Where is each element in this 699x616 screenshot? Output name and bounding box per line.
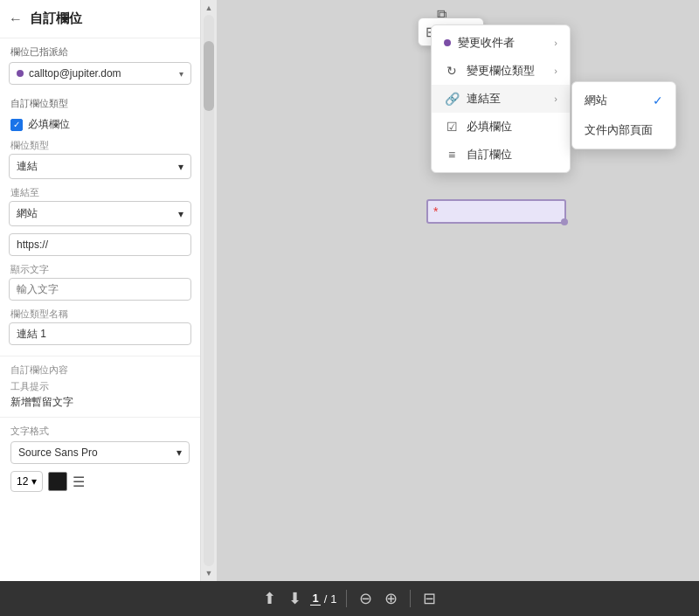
url-input[interactable] [9,233,191,256]
menu-item-link-to[interactable]: 🔗 連結至 › 網站 ✓ 文件內部頁面 [432,85,570,113]
menu-item-custom-field[interactable]: ≡ 自訂欄位 [432,141,570,169]
sub-menu-internal-label: 文件內部頁面 [585,122,653,138]
link-to-label: 連結至 [9,186,191,199]
arrow-icon-link: › [554,93,557,104]
sub-menu-item-website[interactable]: 網站 ✓ [572,86,675,115]
field-type-value: 連結 [17,159,38,174]
menu-item-change-recipient-label: 變更收件者 [458,35,515,51]
required-checkbox[interactable] [10,119,23,131]
link-to-group: 連結至 網站 ▾ [9,186,191,226]
format-controls: 12 ▾ ☰ [10,471,190,492]
menu-item-required-label: 必填欄位 [467,119,512,135]
field-resize-handle[interactable] [561,218,568,225]
canvas-field[interactable]: * [426,199,566,224]
arrow-icon-field-type: › [554,66,557,76]
link-to-select[interactable]: 網站 ▾ [9,201,191,226]
field-type-group: 欄位類型 連結 ▾ [9,139,191,179]
scroll-down-bottom-icon[interactable]: ⬇ [285,589,305,608]
left-panel: ← 自訂欄位 欄位已指派給 calltop@jupiter.dom ▾ 自訂欄位… [0,0,201,581]
email-dropdown[interactable]: calltop@jupiter.dom ▾ [9,62,191,85]
custom-content-section: 自訂欄位內容 工具提示 新增暫留文字 [0,360,200,413]
link-to-value: 網站 [17,206,38,221]
page-total: 1 [330,592,336,606]
settings-icon: ≡ [444,148,460,162]
main-layout: ← 自訂欄位 欄位已指派給 calltop@jupiter.dom ▾ 自訂欄位… [0,0,699,581]
scroll-track [204,15,214,566]
display-text-group: 顯示文字 [9,263,191,301]
font-size-dropdown[interactable]: 12 ▾ [10,471,43,492]
field-type-section-title: 自訂欄位類型 [0,92,200,114]
page-info: 1 / 1 [310,592,336,606]
fit-page-icon[interactable]: ⊟ [419,589,439,608]
zoom-in-icon[interactable]: ⊕ [381,589,401,608]
sub-menu-website-label: 網站 [585,93,607,108]
bottom-separator1 [346,590,347,607]
bottom-bar: ⬆ ⬇ 1 / 1 ⊖ ⊕ ⊟ [0,581,699,616]
text-format-title: 文字格式 [10,425,190,438]
scrollbar[interactable]: ▲ ▼ [201,0,217,581]
arrow-icon-recipient: › [554,38,557,48]
check-mark-icon: ✓ [653,93,663,107]
checkbox-icon: ☑ [444,120,460,134]
menu-item-link-label: 連結至 [467,91,501,107]
field-type-select[interactable]: 連結 ▾ [9,154,191,179]
align-icon[interactable]: ☰ [73,474,85,490]
scroll-up-arrow[interactable]: ▲ [201,0,217,15]
color-picker[interactable] [48,472,67,491]
menu-item-required[interactable]: ☑ 必填欄位 [432,113,570,141]
email-chevron-icon: ▾ [179,69,183,79]
menu-item-change-field-type[interactable]: ↻ 變更欄位類型 › [432,57,570,85]
field-type-chevron-icon: ▾ [178,161,183,173]
add-placeholder-label[interactable]: 新增暫留文字 [10,395,190,410]
panel-header: ← 自訂欄位 [0,0,200,38]
menu-item-change-recipient[interactable]: 變更收件者 › [432,29,570,57]
sub-menu-item-internal-page[interactable]: 文件內部頁面 [572,115,675,145]
url-group [9,233,191,256]
email-text: calltop@jupiter.dom [29,67,174,80]
font-dropdown[interactable]: Source Sans Pro ▾ [10,441,190,464]
email-dot [17,70,24,77]
bottom-separator2 [410,590,411,607]
font-value: Source Sans Pro [18,446,98,459]
field-type-name-label: 欄位類型名稱 [9,308,191,321]
scroll-up-bottom-icon[interactable]: ⬆ [260,589,280,608]
divider2 [0,417,200,418]
font-size-chevron-icon: ▾ [31,475,37,488]
font-chevron-icon: ▾ [176,446,182,459]
sub-menu: 網站 ✓ 文件內部頁面 [571,81,676,149]
field-type-label: 欄位類型 [9,139,191,152]
zoom-out-icon[interactable]: ⊖ [356,589,376,608]
panel-title: 自訂欄位 [30,10,82,27]
divider [0,356,200,356]
text-format-section: 文字格式 Source Sans Pro ▾ 12 ▾ ☰ [0,421,200,492]
scroll-down-arrow[interactable]: ▼ [201,566,217,581]
refresh-icon: ↻ [444,64,460,78]
back-button[interactable]: ← [9,11,23,27]
tooltip-label: 工具提示 [10,380,190,393]
display-text-input[interactable] [9,278,191,301]
field-asterisk: * [433,204,438,218]
font-size-value: 12 [17,475,28,488]
link-to-chevron-icon: ▾ [178,208,183,220]
field-type-name-group: 欄位類型名稱 [9,308,191,345]
menu-item-change-field-label: 變更欄位類型 [467,63,535,79]
recipient-dot-icon [444,39,451,46]
display-text-label: 顯示文字 [9,263,191,276]
link-icon: 🔗 [444,92,460,106]
menu-item-custom-field-label: 自訂欄位 [467,147,512,163]
required-label: 必填欄位 [28,117,70,132]
field-type-name-input[interactable] [9,322,191,345]
context-menu: 變更收件者 › ↻ 變更欄位類型 › 🔗 連結至 › 網站 ✓ [431,24,571,173]
main-canvas: ⧉ ⊞ 🗑 ··· 變更收件者 › ↻ 變更欄位類型 › 🔗 [217,0,699,581]
page-separator: / [324,592,328,606]
page-current: 1 [310,592,320,606]
assigned-label: 欄位已指派給 [0,38,200,62]
custom-content-title: 自訂欄位內容 [10,363,190,377]
scroll-thumb[interactable] [204,41,214,111]
required-checkbox-row[interactable]: 必填欄位 [0,114,200,139]
